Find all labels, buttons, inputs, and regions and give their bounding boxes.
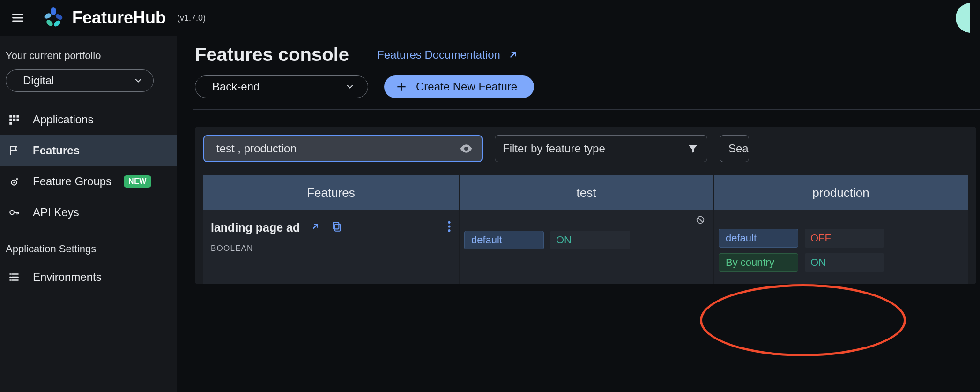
sidebar-section-label: Application Settings	[0, 228, 177, 262]
svg-point-14	[10, 211, 14, 215]
feature-name: landing page ad	[211, 221, 300, 234]
svg-rect-6	[13, 115, 15, 117]
sidebar-item-environments[interactable]: Environments	[0, 262, 177, 293]
sidebar-item-label: Feature Groups	[33, 175, 111, 188]
feature-type-filter[interactable]: Filter by feature type	[495, 135, 707, 162]
strategy-chip-default[interactable]: default	[719, 229, 798, 248]
featurehub-logo-icon	[42, 7, 65, 29]
kebab-icon	[447, 220, 451, 233]
svg-rect-8	[9, 119, 12, 121]
strategy-chip-group[interactable]: By country	[719, 253, 798, 272]
table-header-env-test: test	[459, 175, 713, 210]
portfolio-select[interactable]: Digital	[6, 69, 154, 92]
sidebar-item-label: Features	[33, 144, 80, 157]
create-feature-button[interactable]: Create New Feature	[384, 75, 534, 98]
chevron-down-icon	[345, 82, 355, 91]
svg-point-13	[13, 182, 15, 183]
user-avatar[interactable]	[956, 3, 970, 33]
hamburger-menu-icon[interactable]	[10, 10, 25, 25]
strategy-chip-default[interactable]: default	[464, 231, 544, 249]
divider	[193, 109, 980, 110]
chevron-down-icon	[134, 76, 143, 85]
feature-type: BOOLEAN	[211, 244, 451, 253]
brand: FeatureHub (v1.7.0)	[42, 7, 206, 29]
brand-name: FeatureHub	[72, 8, 166, 28]
new-badge: NEW	[124, 175, 151, 188]
strategy-state: ON	[810, 256, 826, 269]
external-link-icon	[507, 49, 519, 61]
gear-sparkle-icon	[7, 175, 21, 188]
copy-feature-key-button[interactable]	[331, 220, 343, 234]
svg-rect-11	[9, 122, 12, 124]
plus-icon	[395, 81, 408, 93]
strategy-row[interactable]: By country ON	[719, 253, 963, 272]
main: Features console Features Documentation …	[177, 36, 980, 392]
sidebar: Your current portfolio Digital Applicati…	[0, 36, 177, 392]
strategy-state: ON	[556, 234, 572, 246]
portfolio-label: Your current portfolio	[0, 47, 177, 69]
strategy-state: OFF	[810, 232, 831, 244]
svg-point-2	[55, 13, 64, 21]
search-input[interactable]: Sea	[720, 135, 749, 162]
documentation-link[interactable]: Features Documentation	[377, 48, 519, 61]
portfolio-value: Digital	[23, 74, 54, 87]
svg-point-20	[448, 229, 450, 232]
annotation-ellipse	[700, 284, 906, 356]
external-link-icon	[310, 221, 320, 232]
documentation-link-label: Features Documentation	[377, 48, 500, 61]
env-cell-test: default ON	[459, 210, 713, 284]
env-cell-production: default OFF By country ON	[713, 210, 968, 284]
create-feature-label: Create New Feature	[416, 80, 517, 93]
environment-filter-input[interactable]: test , production	[203, 135, 483, 162]
page-title: Features console	[195, 44, 349, 65]
sidebar-item-feature-groups[interactable]: Feature Groups NEW	[0, 166, 177, 197]
table-header-env-production: production	[713, 175, 968, 210]
brand-version: (v1.7.0)	[177, 13, 206, 23]
application-select-value: Back-end	[212, 80, 260, 93]
svg-rect-9	[13, 119, 15, 121]
sidebar-item-api-keys[interactable]: API Keys	[0, 197, 177, 228]
svg-rect-5	[9, 115, 12, 117]
strategy-row[interactable]: default ON	[464, 231, 708, 249]
copy-icon	[331, 220, 343, 233]
sidebar-item-label: API Keys	[33, 206, 79, 219]
svg-point-3	[45, 19, 54, 27]
strategy-row[interactable]: default OFF	[719, 229, 963, 248]
grid-icon	[7, 113, 21, 126]
search-placeholder: Sea	[728, 142, 749, 155]
svg-rect-16	[335, 225, 341, 231]
svg-point-0	[51, 7, 56, 15]
topbar: FeatureHub (v1.7.0)	[0, 0, 980, 36]
features-table: Features test production landing page ad	[203, 175, 968, 284]
svg-rect-17	[334, 222, 339, 229]
svg-rect-10	[16, 119, 19, 121]
list-icon	[7, 271, 21, 284]
feature-type-filter-placeholder: Filter by feature type	[503, 142, 605, 155]
eye-icon	[459, 142, 473, 156]
svg-point-15	[464, 147, 468, 151]
table-header-features: Features	[203, 175, 459, 210]
application-select[interactable]: Back-end	[195, 75, 368, 98]
svg-rect-7	[16, 115, 19, 117]
table-row: landing page ad	[203, 210, 968, 284]
sidebar-item-label: Applications	[33, 113, 93, 126]
svg-point-1	[44, 12, 52, 20]
key-icon	[7, 206, 21, 219]
svg-point-19	[448, 225, 450, 227]
feature-cell: landing page ad	[203, 210, 459, 284]
sidebar-item-features[interactable]: Features	[0, 135, 177, 166]
svg-point-4	[53, 19, 62, 28]
sidebar-item-applications[interactable]: Applications	[0, 104, 177, 135]
environment-filter-value: test , production	[216, 142, 297, 155]
features-console-panel: test , production Filter by feature type…	[195, 127, 976, 284]
svg-point-18	[448, 221, 450, 224]
sidebar-item-label: Environments	[33, 271, 102, 284]
locked-icon[interactable]	[695, 215, 705, 227]
filter-icon	[687, 143, 698, 154]
open-feature-button[interactable]	[310, 221, 320, 234]
flag-icon	[7, 144, 21, 157]
feature-actions-menu[interactable]	[447, 220, 451, 234]
